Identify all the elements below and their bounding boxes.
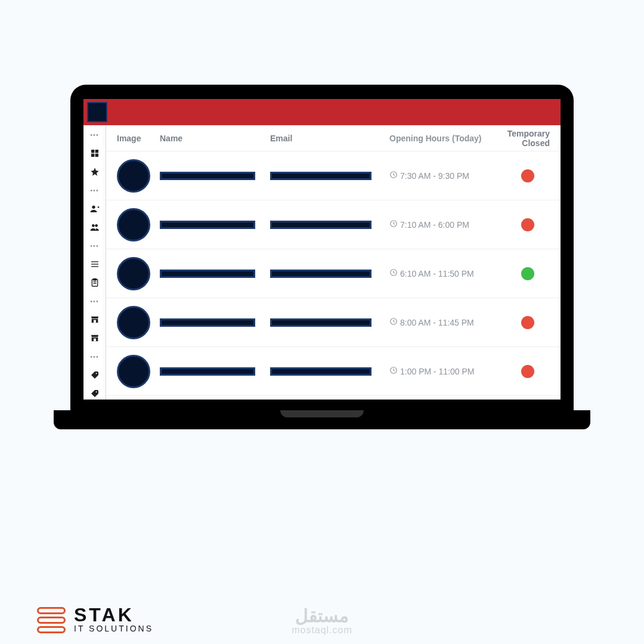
cell-closed — [506, 169, 550, 182]
col-header-hours: Opening Hours (Today) — [389, 134, 506, 143]
avatar — [117, 355, 150, 388]
col-header-email: Email — [270, 134, 389, 143]
cell-email — [270, 367, 389, 376]
clock-icon — [389, 268, 398, 278]
cell-hours: 6:10 AM - 11:50 PM — [389, 268, 506, 278]
hours-text: 1:00 PM - 11:00 PM — [400, 367, 475, 376]
stak-text: STAK IT SOLUTIONS — [74, 606, 153, 633]
svg-rect-2 — [91, 154, 94, 157]
cell-email — [270, 172, 389, 180]
redacted-bar — [160, 221, 255, 229]
svg-rect-3 — [95, 154, 98, 157]
hours-text: 7:30 AM - 9:30 PM — [400, 171, 469, 181]
svg-point-4 — [92, 206, 95, 209]
col-header-closed: Temporary Closed — [506, 129, 550, 148]
dots-icon: ••• — [88, 295, 101, 307]
svg-point-14 — [95, 373, 97, 374]
tag-icon[interactable] — [88, 369, 101, 381]
redacted-bar — [160, 367, 255, 376]
store-icon[interactable] — [88, 332, 101, 344]
clock-icon — [389, 317, 398, 327]
brand-name: STAK — [74, 606, 153, 624]
tag-icon[interactable] — [88, 387, 101, 400]
clock-icon — [389, 366, 398, 376]
cell-email — [270, 221, 389, 229]
cell-image — [117, 355, 160, 388]
watermark: مستقل mostaql.com — [292, 607, 352, 636]
status-dot — [521, 365, 534, 378]
redacted-bar — [160, 318, 255, 327]
status-dot — [521, 218, 534, 231]
clock-icon — [389, 171, 398, 181]
redacted-bar — [160, 270, 255, 278]
dots-icon: ••• — [88, 184, 101, 197]
hours-text: 8:00 AM - 11:45 PM — [400, 318, 474, 327]
star-icon[interactable] — [88, 166, 101, 178]
avatar — [117, 306, 150, 339]
cell-closed — [506, 218, 550, 231]
svg-rect-13 — [94, 338, 96, 341]
dashboard-icon[interactable] — [88, 147, 101, 160]
col-header-name: Name — [160, 134, 270, 143]
hours-text: 6:10 AM - 11:50 PM — [400, 269, 474, 278]
cell-name — [160, 318, 270, 327]
cell-name — [160, 270, 270, 278]
status-dot — [521, 169, 534, 182]
laptop-screen: ••••••••••••••• Image Name Email Opening… — [70, 85, 574, 410]
cell-image — [117, 159, 160, 193]
col-header-image: Image — [117, 134, 160, 143]
people-icon[interactable] — [88, 221, 101, 234]
person-add-icon[interactable] — [88, 203, 101, 215]
dots-icon: ••• — [88, 350, 101, 363]
app-sidebar: ••••••••••••••• — [83, 125, 106, 400]
app-logo[interactable] — [87, 102, 107, 122]
brand-tagline: IT SOLUTIONS — [74, 624, 153, 633]
svg-point-15 — [95, 391, 97, 392]
cell-name — [160, 172, 270, 180]
table-row[interactable]: 7:30 AM - 9:30 PM — [106, 151, 561, 200]
app-topbar — [83, 99, 561, 125]
cell-email — [270, 270, 389, 278]
cell-name — [160, 221, 270, 229]
cell-closed — [506, 316, 550, 329]
laptop-frame: ••••••••••••••• Image Name Email Opening… — [70, 85, 574, 429]
redacted-bar — [270, 270, 371, 278]
cell-hours: 1:00 PM - 11:00 PM — [389, 366, 506, 376]
app-viewport: ••••••••••••••• Image Name Email Opening… — [83, 99, 561, 400]
table-row[interactable]: 7:10 AM - 6:00 PM — [106, 200, 561, 249]
watermark-arabic: مستقل — [292, 607, 352, 625]
table-row[interactable]: 6:10 AM - 11:50 PM — [106, 249, 561, 298]
store-icon[interactable] — [88, 313, 101, 326]
table-header: Image Name Email Opening Hours (Today) T… — [106, 125, 561, 151]
cell-closed — [506, 267, 550, 280]
svg-rect-1 — [95, 150, 98, 153]
svg-point-6 — [95, 224, 98, 227]
app-body: ••••••••••••••• Image Name Email Opening… — [83, 125, 561, 400]
cell-image — [117, 306, 160, 339]
avatar — [117, 159, 150, 193]
svg-rect-11 — [93, 278, 96, 280]
cell-hours: 8:00 AM - 11:45 PM — [389, 317, 506, 327]
svg-rect-8 — [91, 264, 98, 264]
clipboard-icon[interactable] — [88, 277, 101, 289]
table-row[interactable]: 8:00 AM - 11:45 PM — [106, 298, 561, 347]
cell-image — [117, 257, 160, 290]
laptop-base — [54, 410, 590, 429]
svg-rect-12 — [94, 320, 96, 323]
cell-email — [270, 318, 389, 327]
table-row[interactable]: 1:00 PM - 11:00 PM — [106, 347, 561, 396]
avatar — [117, 257, 150, 290]
redacted-bar — [160, 172, 255, 180]
cell-image — [117, 208, 160, 242]
watermark-english: mostaql.com — [292, 625, 352, 636]
dots-icon: ••• — [88, 129, 101, 141]
list-icon[interactable] — [88, 258, 101, 271]
redacted-bar — [270, 172, 371, 180]
svg-rect-0 — [91, 150, 94, 153]
hours-text: 7:10 AM - 6:00 PM — [400, 220, 469, 230]
redacted-bar — [270, 367, 371, 376]
svg-rect-7 — [91, 261, 98, 262]
dots-icon: ••• — [88, 240, 101, 252]
svg-point-5 — [92, 224, 95, 227]
status-dot — [521, 267, 534, 280]
